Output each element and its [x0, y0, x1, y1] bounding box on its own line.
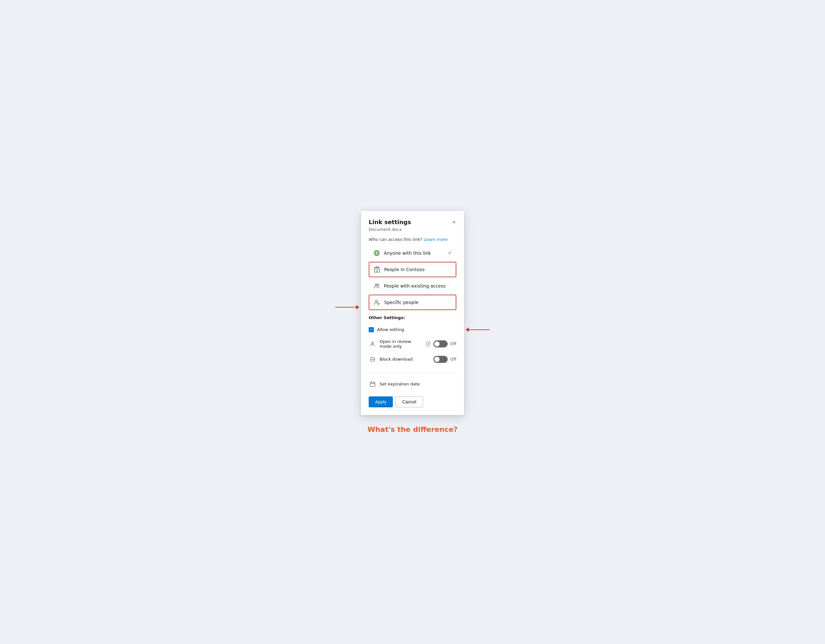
svg-point-10 [377, 283, 379, 286]
review-mode-row: Open in review mode only i Off [369, 336, 456, 352]
link-settings-dialog: Link settings × Document.docx Who can ac… [361, 211, 464, 415]
option-existing[interactable]: People with existing access [369, 279, 456, 293]
review-mode-toggle[interactable] [433, 340, 448, 347]
calendar-icon [369, 380, 376, 388]
review-icon [369, 340, 376, 348]
svg-point-14 [372, 342, 374, 344]
svg-rect-7 [378, 269, 379, 270]
option-existing-label: People with existing access [384, 283, 446, 288]
svg-rect-5 [374, 268, 380, 272]
right-arrow-body [469, 330, 490, 330]
person-add-icon [373, 299, 381, 306]
settings-list: Allow editing Open in review mode only i [369, 324, 456, 371]
block-download-label: Block download [380, 357, 430, 362]
svg-point-11 [375, 300, 377, 302]
svg-rect-6 [375, 269, 376, 270]
apply-button[interactable]: Apply [369, 396, 393, 407]
block-download-row: Block download Off [369, 352, 456, 367]
left-arrowhead [356, 305, 359, 310]
svg-rect-18 [370, 382, 375, 387]
bottom-text: What's the difference? [368, 425, 457, 433]
dialog-header: Link settings × [369, 219, 456, 226]
dialog-title: Link settings [369, 219, 411, 225]
block-download-toggle[interactable] [433, 356, 448, 363]
learn-more-link[interactable]: Learn more [424, 237, 448, 242]
option-anyone[interactable]: Anyone with this link ✓ [369, 246, 456, 260]
globe-icon [373, 249, 381, 257]
access-question: Who can access this link? Learn more [369, 237, 456, 242]
allow-editing-row: Allow editing [369, 324, 456, 336]
cancel-button[interactable]: Cancel [396, 396, 423, 407]
review-mode-label: Open in review mode only i [380, 339, 430, 349]
left-arrow-body [335, 307, 356, 308]
people-icon [373, 282, 381, 290]
block-download-toggle-group: Off [433, 356, 456, 363]
option-contoso[interactable]: People in Contoso [369, 262, 456, 277]
option-specific[interactable]: Specific people [369, 294, 456, 310]
allow-editing-label: Allow editing [377, 327, 456, 332]
building-icon [373, 266, 381, 273]
close-button[interactable]: × [451, 219, 456, 226]
option-anyone-label: Anyone with this link [384, 251, 431, 256]
access-options-list: Anyone with this link ✓ People in Contos… [369, 246, 456, 310]
svg-rect-8 [377, 270, 378, 272]
block-icon [369, 356, 376, 363]
svg-point-9 [375, 283, 377, 286]
block-download-toggle-label: Off [450, 357, 456, 362]
option-specific-label: Specific people [384, 300, 418, 305]
other-settings-label: Other Settings: [369, 315, 456, 320]
right-arrowhead [466, 328, 469, 332]
option-contoso-label: People in Contoso [384, 267, 425, 272]
expiration-row: Set expiration date [369, 377, 456, 391]
dialog-subtitle: Document.docx [369, 227, 456, 232]
check-icon: ✓ [448, 250, 452, 256]
allow-editing-checkbox[interactable] [369, 327, 374, 332]
settings-divider [369, 373, 456, 373]
review-mode-toggle-label: Off [450, 341, 456, 346]
expiration-label: Set expiration date [380, 382, 456, 387]
button-row: Apply Cancel [369, 396, 456, 407]
review-mode-toggle-group: Off [433, 340, 456, 347]
info-icon[interactable]: i [426, 341, 430, 347]
